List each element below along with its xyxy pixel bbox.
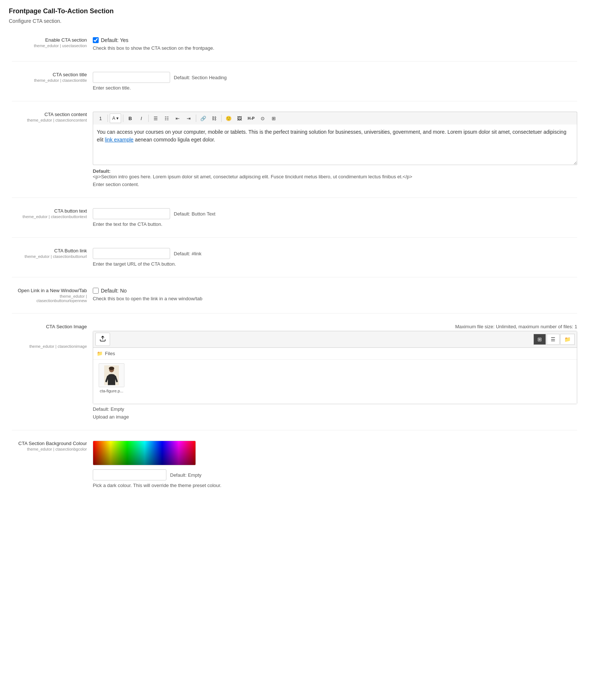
enable-cta-default: Default: Yes xyxy=(101,37,128,43)
cta-image-hint: Upload an image xyxy=(93,414,577,420)
cta-title-default: Default: Section Heading xyxy=(174,75,227,80)
file-item[interactable]: cta-figure.p... xyxy=(97,363,126,400)
toolbar-btn-grid[interactable]: ⊞ xyxy=(269,113,279,123)
color-picker[interactable] xyxy=(93,441,196,465)
cta-content-editor[interactable]: You can access your courses on your comp… xyxy=(93,125,577,165)
open-new-window-sub: theme_edutor | ctasectionbuttonurlopenne… xyxy=(12,294,87,303)
cta-image-sub: theme_edutor | ctasectionimage xyxy=(12,344,87,349)
folder-icon: 📁 xyxy=(97,351,103,356)
cta-bgcolor-sub: theme_edutor | ctasectionbgcolor xyxy=(12,447,87,451)
enable-cta-sub: theme_edutor | usectasection xyxy=(12,43,87,48)
cta-content-sub: theme_edutor | ctasectioncontent xyxy=(12,118,87,122)
file-manager: ⊞ ☰ 📁 📁 Files xyxy=(93,331,577,404)
enable-cta-label: Enable CTA section xyxy=(12,37,87,43)
editor-toolbar: 1 A ▾ B I ☰ ☷ ⇤ ⇥ 🔗 ⛓ 🙂 🖼 H-P ⊙ ⊞ xyxy=(93,112,577,125)
svg-point-2 xyxy=(109,367,114,370)
toolbar-btn-hp[interactable]: H-P xyxy=(246,113,257,123)
toolbar-btn-link[interactable]: 🔗 xyxy=(198,113,208,123)
toolbar-btn-image[interactable]: 🖼 xyxy=(234,113,245,123)
toolbar-btn-format[interactable]: 1 xyxy=(95,113,106,123)
open-new-window-label: Open Link in a New Window/Tab xyxy=(12,288,87,293)
cta-btn-link-hint: Enter the target URL of the CTA button. xyxy=(93,261,577,267)
cta-content-label: CTA section content xyxy=(12,112,87,117)
page-description: Configure CTA section. xyxy=(9,18,580,24)
link-example[interactable]: link example xyxy=(105,137,134,143)
toolbar-btn-unlink[interactable]: ⛓ xyxy=(209,113,219,123)
folder-view-button[interactable]: 📁 xyxy=(560,334,575,345)
open-new-window-default: Default: No xyxy=(101,288,127,294)
cta-bgcolor-default: Default: Empty xyxy=(170,472,201,478)
cta-btn-text-hint: Enter the text for the CTA button. xyxy=(93,221,577,227)
toolbar-btn-indent-in[interactable]: ⇥ xyxy=(184,113,194,123)
cta-btn-link-input[interactable]: #link xyxy=(93,248,170,259)
list-view-button[interactable]: ☰ xyxy=(547,334,560,345)
toolbar-btn-indent-out[interactable]: ⇤ xyxy=(173,113,183,123)
toolbar-btn-ul[interactable]: ☰ xyxy=(151,113,161,123)
cta-title-input[interactable]: Unlock Your Potential xyxy=(93,72,170,83)
toolbar-btn-circle[interactable]: ⊙ xyxy=(258,113,268,123)
cta-content-hint: Enter section content. xyxy=(93,182,577,187)
color-input[interactable] xyxy=(93,469,166,480)
file-name: cta-figure.p... xyxy=(100,389,123,393)
enable-cta-hint: Check this box to show the CTA section o… xyxy=(93,45,577,51)
open-new-window-hint: Check this box to open the link in a new… xyxy=(93,296,577,301)
cta-btn-link-default: Default: #link xyxy=(174,251,201,256)
cta-title-sub: theme_edutor | ctasectiontitle xyxy=(12,78,87,83)
file-manager-content: cta-figure.p... xyxy=(93,360,577,404)
cta-title-hint: Enter section title. xyxy=(93,85,577,91)
files-label: Files xyxy=(105,351,115,356)
cta-image-max-hint: Maximum file size: Unlimited, maximum nu… xyxy=(93,324,577,329)
cta-content-default-label: Default: xyxy=(93,168,110,174)
cta-btn-text-label: CTA button text xyxy=(12,208,87,214)
cta-title-label: CTA section title xyxy=(12,72,87,77)
cta-content-default-value: <p>Section intro goes here. Lorem ipsum … xyxy=(93,174,577,179)
cta-image-label: CTA Section Image xyxy=(12,324,87,329)
cta-image-default: Default: Empty xyxy=(93,406,577,412)
page-title: Frontpage Call-To-Action Section xyxy=(9,7,580,15)
cta-bgcolor-label: CTA Section Background Colour xyxy=(12,441,87,446)
cta-bgcolor-hint: Pick a dark colour. This will override t… xyxy=(93,483,577,488)
toolbar-btn-emoji[interactable]: 🙂 xyxy=(223,113,234,123)
toolbar-btn-bold[interactable]: B xyxy=(125,113,135,123)
enable-cta-checkbox[interactable] xyxy=(93,37,99,43)
cta-btn-text-sub: theme_edutor | ctasectionbuttontext xyxy=(12,214,87,219)
grid-view-button[interactable]: ⊞ xyxy=(533,334,546,345)
cta-btn-link-label: CTA Button link xyxy=(12,248,87,253)
toolbar-btn-italic[interactable]: I xyxy=(136,113,147,123)
file-thumbnail xyxy=(99,363,124,387)
toolbar-btn-ol[interactable]: ☷ xyxy=(162,113,172,123)
toolbar-btn-font[interactable]: A ▾ xyxy=(110,113,121,123)
color-spectrum[interactable] xyxy=(93,441,196,465)
cta-btn-text-input[interactable]: Join Now xyxy=(93,208,170,219)
upload-button[interactable] xyxy=(95,333,110,346)
cta-btn-link-sub: theme_edutor | ctasectionbuttonurl xyxy=(12,254,87,259)
cta-btn-text-default: Default: Button Text xyxy=(174,211,215,217)
open-new-window-checkbox[interactable] xyxy=(93,288,99,294)
